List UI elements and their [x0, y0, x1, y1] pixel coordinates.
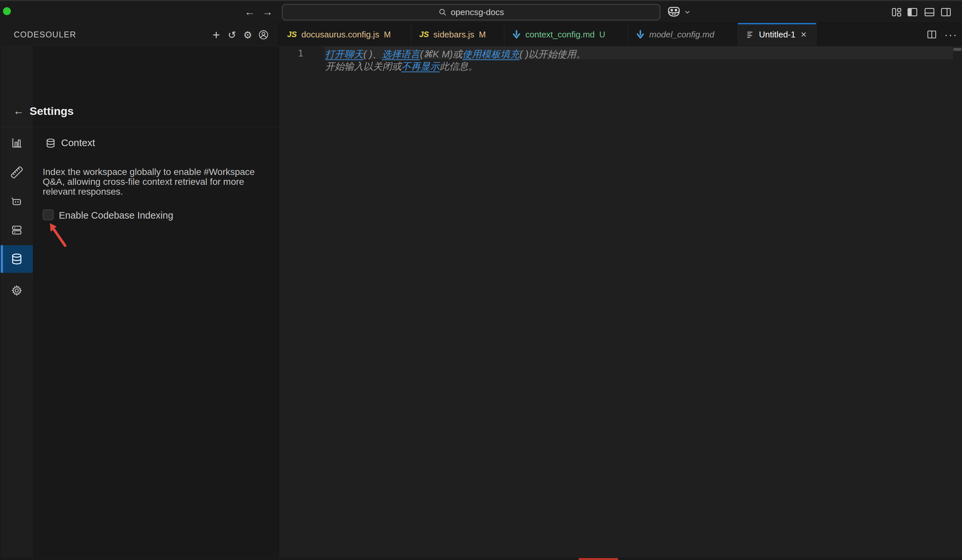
close-tab-icon[interactable]: ×: [801, 29, 807, 39]
context-description: Index the workspace globally to enable #…: [43, 167, 262, 196]
tab-docusaurus-config-js[interactable]: JS docusaurus.config.js M: [279, 23, 412, 46]
back-arrow-icon[interactable]: ←: [13, 105, 26, 117]
git-modified-badge: M: [384, 30, 391, 39]
red-arrow-annotation: [42, 219, 75, 251]
section-heading-context: Context: [61, 137, 95, 148]
ghost-text-line-1[interactable]: 打开聊天( )、选择语言(⌘K M)或使用模板填充( )以开始使用。: [325, 48, 586, 61]
editor-scrollbar-thumb[interactable]: [954, 48, 961, 51]
tab-label: context_config.md: [525, 29, 595, 40]
git-untracked-badge: U: [599, 30, 605, 39]
rail-item-ruler-icon[interactable]: [1, 159, 33, 186]
tab-label: docusaurus.config.js: [301, 29, 379, 40]
plaintext-file-icon: [746, 30, 754, 39]
tab-label: Untitled-1: [759, 29, 796, 40]
rail-item-server-icon[interactable]: [1, 216, 33, 244]
editor-pane[interactable]: 1 打开聊天( )、选择语言(⌘K M)或使用模板填充( )以开始使用。 开始输…: [279, 46, 962, 560]
app-window: ← → opencsg-docs: [0, 0, 962, 560]
tab-sidebars-js[interactable]: JS sidebars.js M: [412, 23, 504, 46]
copilot-menu[interactable]: [667, 6, 691, 19]
enable-codebase-indexing-label[interactable]: Enable Codebase Indexing: [59, 210, 173, 221]
editor-tab-bar: JS docusaurus.config.js M JS sidebars.js…: [279, 23, 962, 46]
search-icon: [438, 8, 447, 16]
settings-panel: ← Settings Context Index the workspace g…: [0, 46, 279, 560]
tab-label: model_config.md: [649, 29, 714, 40]
command-center-search[interactable]: opencsg-docs: [282, 4, 660, 20]
tab-context-config-md[interactable]: context_config.md U: [504, 23, 628, 46]
markdown-file-icon: [636, 30, 645, 39]
markdown-file-icon: [512, 30, 521, 39]
rail-item-robot-icon[interactable]: [1, 187, 33, 215]
database-icon: [45, 138, 56, 149]
traffic-light-green[interactable]: [3, 7, 11, 15]
toggle-panel-icon[interactable]: [924, 6, 935, 18]
title-bar: ← → opencsg-docs: [0, 0, 962, 23]
account-icon[interactable]: [258, 29, 270, 41]
settings-page-title: Settings: [29, 105, 74, 117]
tab-untitled-1[interactable]: Untitled-1 ×: [738, 23, 817, 46]
window-bottom-edge: [0, 557, 962, 560]
tab-bar-actions: ···: [926, 23, 957, 46]
line-number: 1: [282, 48, 303, 58]
js-file-icon: JS: [287, 30, 297, 39]
nav-forward-button[interactable]: →: [260, 1, 275, 23]
customize-layout-icon[interactable]: [891, 6, 902, 18]
new-chat-button[interactable]: +: [210, 29, 222, 41]
nav-back-button[interactable]: ←: [242, 1, 257, 23]
tab-label: sidebars.js: [433, 29, 474, 40]
settings-gear-icon[interactable]: ⚙: [242, 29, 253, 41]
red-underline-annotation: [579, 558, 618, 560]
extension-title: CODESOULER: [14, 23, 76, 46]
ghost-text-line-2[interactable]: 开始输入以关闭或不再显示此信息。: [325, 60, 478, 73]
chevron-down-icon: [684, 10, 691, 14]
rail-item-gear-icon[interactable]: [1, 277, 33, 304]
rail-item-database-icon[interactable]: [1, 245, 33, 273]
settings-category-rail: [1, 46, 33, 560]
rail-item-bar-chart-icon[interactable]: [1, 129, 33, 157]
toggle-secondary-sidebar-icon[interactable]: [940, 6, 951, 18]
git-modified-badge: M: [479, 30, 486, 39]
settings-divider: [0, 127, 279, 127]
tab-model-config-md[interactable]: model_config.md: [628, 23, 738, 46]
search-value: opencsg-docs: [451, 7, 504, 18]
js-file-icon: JS: [419, 30, 429, 39]
more-actions-icon[interactable]: ···: [944, 28, 957, 41]
sidebar-header: CODESOULER + ↺ ⚙: [0, 23, 279, 46]
toggle-primary-sidebar-icon[interactable]: [907, 6, 918, 18]
split-editor-icon[interactable]: [926, 29, 937, 40]
copilot-icon: [667, 6, 681, 18]
history-icon[interactable]: ↺: [226, 29, 238, 41]
